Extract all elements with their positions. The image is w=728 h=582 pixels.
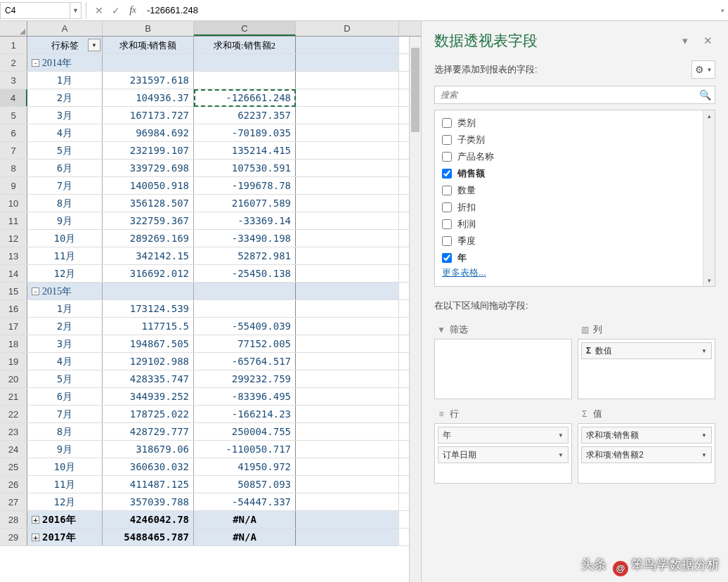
row-header[interactable]: 20	[0, 370, 27, 387]
cell[interactable]	[296, 72, 399, 89]
cell[interactable]	[296, 195, 399, 212]
cell[interactable]	[296, 318, 399, 335]
cell[interactable]: 6月	[27, 160, 103, 176]
col-header-b[interactable]: B	[103, 21, 194, 36]
cell[interactable]: -2014年	[27, 54, 103, 71]
area-field-pill[interactable]: 订单日期▼	[438, 446, 568, 463]
field-checkbox[interactable]	[442, 169, 452, 179]
cell[interactable]: +2016年	[27, 511, 103, 528]
cell[interactable]: #N/A	[194, 511, 296, 528]
worksheet[interactable]: A B C D 1 行标签▼ 求和项:销售额 求和项:销售额2 2 -2014年…	[0, 21, 422, 582]
cell[interactable]	[194, 300, 296, 317]
cell[interactable]: 428729.777	[103, 423, 194, 440]
cell[interactable]: 250004.755	[194, 423, 296, 440]
expand-collapse-icon[interactable]: -	[32, 59, 39, 67]
vertical-scrollbar[interactable]	[409, 37, 421, 582]
field-item[interactable]: 季度	[438, 233, 712, 250]
pill-dropdown-icon[interactable]: ▼	[558, 432, 564, 439]
row-header[interactable]: 24	[0, 441, 27, 458]
cell[interactable]: 7月	[27, 406, 103, 422]
confirm-icon[interactable]: ✓	[108, 2, 124, 19]
filter-area[interactable]	[434, 339, 572, 399]
formula-input[interactable]	[141, 2, 717, 19]
cell[interactable]: -54447.337	[194, 493, 296, 510]
cell[interactable]: 9月	[27, 441, 103, 458]
cell[interactable]: 10月	[27, 230, 103, 247]
cell[interactable]: 140050.918	[103, 177, 194, 194]
field-checkbox[interactable]	[442, 152, 452, 162]
field-item[interactable]: 子类别	[438, 131, 712, 148]
col-header-a[interactable]: A	[27, 21, 103, 36]
cell[interactable]	[296, 107, 399, 124]
cell[interactable]: 104936.37	[103, 89, 194, 106]
field-item[interactable]: 利润	[438, 216, 712, 233]
row-header[interactable]: 29	[0, 529, 27, 545]
row-header[interactable]: 27	[0, 493, 27, 510]
row-header[interactable]: 3	[0, 72, 27, 89]
cell[interactable]: 135214.415	[194, 142, 296, 159]
cell[interactable]	[296, 370, 399, 387]
cell[interactable]	[296, 283, 399, 299]
cell[interactable]: -110050.717	[194, 441, 296, 458]
cell[interactable]	[296, 406, 399, 422]
cell[interactable]	[194, 283, 296, 299]
cell[interactable]: 316692.012	[103, 265, 194, 282]
cell[interactable]	[194, 54, 296, 71]
fx-icon[interactable]: fx	[124, 2, 141, 19]
pill-dropdown-icon[interactable]: ▼	[701, 348, 707, 354]
columns-area[interactable]: Σ数值▼	[578, 339, 715, 399]
rows-area[interactable]: 年▼订单日期▼	[434, 423, 572, 484]
row-header[interactable]: 8	[0, 160, 27, 176]
cell[interactable]	[296, 441, 399, 458]
cell[interactable]: 107530.591	[194, 160, 296, 176]
cell[interactable]: 360630.032	[103, 458, 194, 475]
pill-dropdown-icon[interactable]: ▼	[558, 452, 564, 458]
cell[interactable]: 428335.747	[103, 370, 194, 387]
cell[interactable]: 216077.589	[194, 195, 296, 212]
field-item[interactable]: 数量	[438, 182, 712, 199]
field-checkbox[interactable]	[442, 118, 452, 128]
row-header[interactable]: 13	[0, 247, 27, 264]
field-list-scrollbar[interactable]: ▴▾	[703, 110, 715, 286]
cell[interactable]: 41950.972	[194, 458, 296, 475]
row-header[interactable]: 6	[0, 124, 27, 141]
cell[interactable]: 322759.367	[103, 212, 194, 229]
cell[interactable]: +2017年	[27, 529, 103, 545]
cell[interactable]	[296, 265, 399, 282]
cell[interactable]: 1月	[27, 300, 103, 317]
row-header[interactable]: 2	[0, 54, 27, 71]
cell[interactable]	[296, 230, 399, 247]
cell[interactable]: 7月	[27, 177, 103, 194]
cell[interactable]: 96984.692	[103, 124, 194, 141]
pane-options-dropdown[interactable]: ▾	[677, 34, 693, 47]
field-item[interactable]: 产品名称	[438, 148, 712, 165]
cell[interactable]	[296, 511, 399, 528]
row-header[interactable]: 17	[0, 318, 27, 335]
row-header[interactable]: 28	[0, 511, 27, 528]
row-header[interactable]: 21	[0, 388, 27, 405]
expand-collapse-icon[interactable]: +	[32, 516, 39, 524]
cell[interactable]	[296, 37, 399, 53]
cell[interactable]: 356128.507	[103, 195, 194, 212]
cell[interactable]: 11月	[27, 476, 103, 493]
pivot-col1-header[interactable]: 求和项:销售额	[103, 37, 194, 53]
field-checkbox[interactable]	[442, 236, 452, 246]
cell[interactable]: 8月	[27, 195, 103, 212]
cell[interactable]: #N/A	[194, 529, 296, 545]
cell[interactable]	[296, 142, 399, 159]
field-list[interactable]: 类别子类别产品名称销售额数量折扣利润季度年 更多表格... ▴▾	[434, 110, 715, 287]
row-header[interactable]: 26	[0, 476, 27, 493]
cell[interactable]: 6月	[27, 388, 103, 405]
select-all-corner[interactable]	[0, 21, 27, 36]
cell[interactable]: 12月	[27, 493, 103, 510]
cell[interactable]: 12月	[27, 265, 103, 282]
area-field-pill[interactable]: 年▼	[438, 427, 568, 444]
cell[interactable]: 4246042.78	[103, 511, 194, 528]
cell[interactable]	[296, 476, 399, 493]
cell[interactable]: 52872.981	[194, 247, 296, 264]
cell[interactable]: 342142.15	[103, 247, 194, 264]
cell[interactable]: -55409.039	[194, 318, 296, 335]
area-field-pill[interactable]: 求和项:销售额2▼	[581, 446, 712, 463]
search-icon[interactable]: 🔍	[699, 89, 711, 101]
col-header-d[interactable]: D	[296, 21, 399, 36]
